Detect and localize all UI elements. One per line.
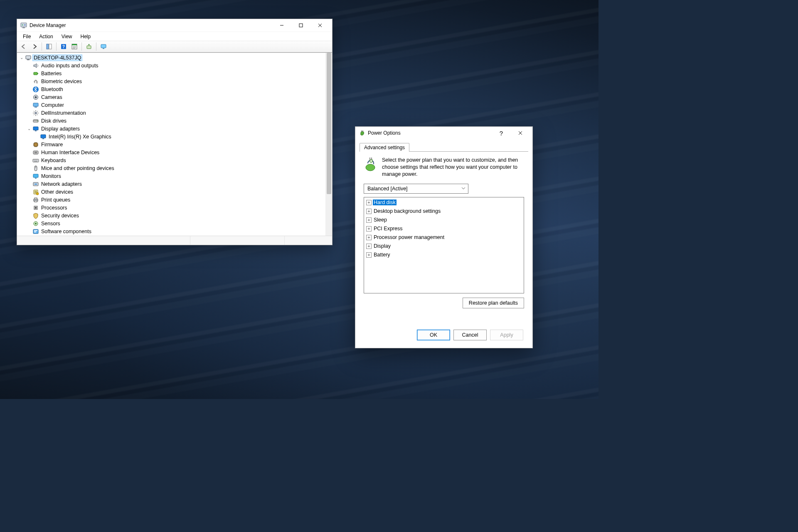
properties-button[interactable] bbox=[69, 42, 79, 52]
disk-icon bbox=[32, 118, 39, 124]
cancel-button[interactable]: Cancel bbox=[453, 330, 487, 340]
tree-item[interactable]: Intel(R) Iris(R) Xe Graphics bbox=[17, 133, 325, 140]
ok-button[interactable]: OK bbox=[417, 330, 450, 340]
tree-item[interactable]: Print queues bbox=[17, 196, 325, 204]
minimize-button[interactable] bbox=[272, 19, 291, 32]
power-setting-label: Hard disk bbox=[373, 200, 397, 205]
tree-item[interactable]: Firmware bbox=[17, 140, 325, 148]
tree-item[interactable]: Human Interface Devices bbox=[17, 148, 325, 156]
menu-view[interactable]: View bbox=[57, 33, 76, 40]
svg-text:!: ! bbox=[37, 192, 37, 195]
toolbar-separator bbox=[96, 42, 96, 51]
tree-item[interactable]: Audio inputs and outputs bbox=[17, 62, 325, 69]
tree-item[interactable]: Software components bbox=[17, 227, 325, 235]
svg-rect-34 bbox=[33, 159, 39, 162]
tree-item-label: Print queues bbox=[40, 197, 71, 203]
monitor-icon bbox=[32, 173, 39, 180]
svg-rect-14 bbox=[26, 56, 31, 59]
back-button[interactable] bbox=[19, 42, 29, 52]
menu-file[interactable]: File bbox=[19, 33, 35, 40]
expand-toggle[interactable]: + bbox=[366, 209, 372, 214]
fingerprint-icon bbox=[32, 78, 39, 85]
expand-toggle[interactable]: ⌄ bbox=[26, 126, 32, 131]
power-setting-item[interactable]: +Sleep bbox=[365, 216, 523, 224]
power-setting-item[interactable]: +PCI Express bbox=[365, 224, 523, 233]
tree-item[interactable]: Sensors bbox=[17, 219, 325, 227]
dialog-button-row: OK Cancel Apply bbox=[360, 325, 528, 345]
power-setting-item[interactable]: +Processor power management bbox=[365, 233, 523, 242]
tree-item-label: Display adapters bbox=[40, 126, 81, 132]
scan-hardware-button[interactable] bbox=[84, 42, 94, 52]
scrollbar[interactable] bbox=[325, 53, 332, 236]
svg-rect-1 bbox=[22, 27, 25, 28]
close-button[interactable] bbox=[511, 127, 530, 139]
tree-item-label: Sensors bbox=[40, 221, 61, 227]
power-setting-item[interactable]: +Hard disk bbox=[365, 198, 523, 207]
expand-toggle[interactable]: + bbox=[366, 235, 372, 240]
tree-item[interactable]: Cameras bbox=[17, 93, 325, 101]
expand-toggle[interactable]: + bbox=[366, 244, 372, 249]
tree-item[interactable]: Security devices bbox=[17, 212, 325, 219]
keyboard-icon bbox=[32, 157, 39, 164]
power-plan-select[interactable]: Balanced [Active] bbox=[364, 184, 468, 194]
svg-rect-31 bbox=[34, 143, 37, 146]
menu-help[interactable]: Help bbox=[76, 33, 95, 40]
tree-item[interactable]: Audio inputs and outputs bbox=[17, 235, 325, 236]
power-setting-item[interactable]: +Desktop background settings bbox=[365, 207, 523, 216]
pwr-titlebar[interactable]: Power Options ? bbox=[355, 127, 532, 139]
hid-icon bbox=[32, 149, 39, 156]
pwr-description: Select the power plan that you want to c… bbox=[382, 157, 524, 178]
menu-action[interactable]: Action bbox=[35, 33, 57, 40]
device-tree[interactable]: ⌄DESKTOP-4L537JQAudio inputs and outputs… bbox=[17, 53, 325, 236]
tree-item[interactable]: ⌄DESKTOP-4L537JQ bbox=[17, 54, 325, 62]
svg-rect-37 bbox=[35, 178, 37, 179]
forward-button[interactable] bbox=[30, 42, 39, 52]
svg-rect-52 bbox=[34, 232, 36, 232]
devmgr-titlebar[interactable]: Device Manager bbox=[17, 19, 332, 32]
tree-item[interactable]: Monitors bbox=[17, 172, 325, 180]
tree-item[interactable]: Bluetooth bbox=[17, 85, 325, 93]
gear-icon bbox=[32, 110, 39, 116]
show-hide-tree-button[interactable] bbox=[44, 42, 54, 52]
power-options-window[interactable]: Power Options ? Advanced settings Select… bbox=[355, 126, 533, 348]
tree-item[interactable]: Network adapters bbox=[17, 180, 325, 188]
tree-item-label: Firmware bbox=[40, 142, 64, 148]
tree-item[interactable]: ⌄Display adapters bbox=[17, 125, 325, 133]
power-setting-label: PCI Express bbox=[373, 226, 403, 232]
power-setting-label: Display bbox=[373, 243, 392, 249]
devmgr-toolbar: ? bbox=[17, 41, 332, 52]
expand-toggle[interactable]: + bbox=[366, 200, 372, 205]
svg-rect-0 bbox=[21, 23, 27, 27]
restore-plan-defaults-button[interactable]: Restore plan defaults bbox=[463, 298, 524, 308]
tree-item[interactable]: Keyboards bbox=[17, 156, 325, 164]
monitor-button[interactable] bbox=[99, 42, 108, 52]
maximize-button[interactable] bbox=[291, 19, 310, 32]
power-setting-item[interactable]: +Display bbox=[365, 242, 523, 251]
tree-item[interactable]: Biometric devices bbox=[17, 77, 325, 85]
computer-icon bbox=[32, 102, 39, 108]
tree-item[interactable]: Disk drives bbox=[17, 117, 325, 125]
tree-item[interactable]: Processors bbox=[17, 204, 325, 212]
device-manager-window[interactable]: Device Manager File Action View Help ? bbox=[17, 19, 332, 245]
help-button[interactable]: ? bbox=[492, 127, 511, 139]
close-button[interactable] bbox=[310, 19, 330, 32]
power-setting-item[interactable]: +Battery bbox=[365, 251, 523, 259]
tab-advanced-settings[interactable]: Advanced settings bbox=[360, 143, 409, 152]
tree-item[interactable]: !Other devices bbox=[17, 188, 325, 196]
sensor-icon bbox=[32, 220, 39, 227]
bluetooth-icon bbox=[32, 86, 39, 93]
mouse-icon bbox=[32, 165, 39, 172]
help-button[interactable]: ? bbox=[59, 42, 69, 52]
apply-button[interactable]: Apply bbox=[490, 330, 523, 340]
tree-item[interactable]: Mice and other pointing devices bbox=[17, 164, 325, 172]
scrollbar-thumb[interactable] bbox=[327, 53, 331, 194]
expand-toggle[interactable]: + bbox=[366, 226, 372, 232]
tree-item[interactable]: Batteries bbox=[17, 69, 325, 77]
svg-point-20 bbox=[35, 96, 37, 98]
expand-toggle[interactable]: ⌄ bbox=[19, 55, 25, 60]
tree-item[interactable]: DellInstrumentation bbox=[17, 109, 325, 117]
expand-toggle[interactable]: + bbox=[366, 217, 372, 223]
tree-item[interactable]: Computer bbox=[17, 101, 325, 109]
expand-toggle[interactable]: + bbox=[366, 252, 372, 258]
power-settings-tree[interactable]: +Hard disk+Desktop background settings+S… bbox=[364, 197, 524, 293]
